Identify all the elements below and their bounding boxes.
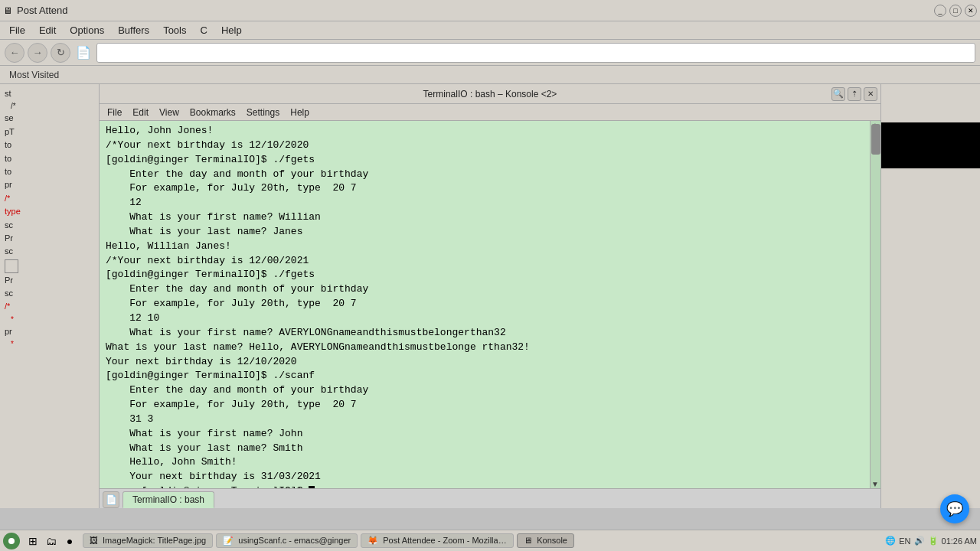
terminal-line-0: Hello, John Jones! <box>106 124 864 139</box>
terminal-prompt-line: -:--- [goldin@ginger TerminalIO]$ <box>106 484 864 488</box>
sidebar-item-5[interactable]: to <box>2 152 97 165</box>
terminal-tab-bash[interactable]: TerminalIO : bash <box>122 491 214 508</box>
terminal-line-9: /*Your next birthday is 12/00/2021 <box>106 254 864 269</box>
chat-bubble-btn[interactable]: 💬 <box>940 494 969 523</box>
sidebar-item-0[interactable]: st <box>2 87 97 100</box>
terminal-scroll-down-btn[interactable]: ▼ <box>871 480 880 488</box>
menu-options[interactable]: Options <box>64 23 110 37</box>
terminal-controls: 🔍 ⇡ ✕ <box>831 87 877 101</box>
terminal-line-18: Enter the day and month of your birthday <box>106 383 864 398</box>
sidebar-item-11[interactable]: * <box>2 338 97 350</box>
black-box <box>881 122 980 168</box>
terminal-menu-help[interactable]: Help <box>286 106 314 119</box>
terminal-menu-settings[interactable]: Settings <box>242 106 284 119</box>
sidebar-item-empty0 <box>5 259 18 273</box>
sidebar-item-6[interactable]: to <box>2 165 97 178</box>
sidebar-item-9[interactable]: /* <box>2 300 97 313</box>
taskbar-app-firefox[interactable]: 🦊 Post Attendee - Zoom - Mozilla Firefox <box>361 533 514 548</box>
bookmark-most-visited[interactable]: Most Visited <box>5 68 64 82</box>
terminal-line-10: [goldin@ginger TerminalIO]$ ./fgets <box>106 268 864 282</box>
sidebar-item-sc1[interactable]: sc <box>2 245 97 258</box>
taskbar-start-btn[interactable] <box>3 533 20 549</box>
terminal-line-13: 12 10 <box>106 311 864 326</box>
terminal-toolbar-btn2[interactable]: ⇡ <box>848 87 861 101</box>
sidebar-item-8[interactable]: /* <box>2 192 97 205</box>
sidebar-item-sc2[interactable]: sc <box>2 287 97 300</box>
sidebar-item-2[interactable]: se <box>2 112 97 125</box>
terminal-toolbar-btn1[interactable]: 🔍 <box>831 87 845 101</box>
terminal-line-1: /*Your next birthday is 12/10/2020 <box>106 139 864 153</box>
sidebar-item-pr1[interactable]: Pr <box>2 274 97 287</box>
menu-file[interactable]: File <box>3 23 31 37</box>
menu-help[interactable]: Help <box>215 23 248 37</box>
terminal-line-14: What is your first name? AVERYLONGnamean… <box>106 326 864 341</box>
taskbar-network-icon: 🌐 <box>885 536 896 546</box>
nav-forward-btn[interactable]: → <box>28 43 47 63</box>
terminal-menu-view[interactable]: View <box>155 106 184 119</box>
nav-back-btn[interactable]: ← <box>5 43 24 63</box>
taskbar-battery-icon: 🔋 <box>928 536 939 546</box>
sidebar-item-type[interactable]: type <box>2 205 97 218</box>
sidebar-item-10[interactable]: * <box>2 314 97 325</box>
terminal-menu-edit[interactable]: Edit <box>128 106 153 119</box>
sidebar-item-7[interactable]: pr <box>2 178 97 191</box>
sidebar-item-1[interactable]: /* <box>2 100 97 112</box>
sidebar-item-sc0[interactable]: sc <box>2 219 97 232</box>
app-topbar: 🖥 Post Attend _ □ ✕ <box>0 0 980 21</box>
terminal-menu-file[interactable]: File <box>103 106 126 119</box>
sidebar-item-4[interactable]: to <box>2 139 97 152</box>
taskbar: ⊞ 🗂 ● 🖼 ImageMagick: TitlePage.jpg 📝 usi… <box>0 530 980 551</box>
taskbar-icon-1[interactable]: 🗂 <box>43 533 60 549</box>
terminal-tabbar: 📄 TerminalIO : bash <box>100 488 880 508</box>
app-maximize-btn[interactable]: □ <box>949 5 962 17</box>
taskbar-lang: EN <box>899 536 910 546</box>
taskbar-right: 🌐 EN 🔊 🔋 01:26 AM <box>885 536 977 546</box>
terminal-cursor <box>309 486 315 488</box>
nav-page-icon-btn[interactable]: 📄 <box>74 43 93 63</box>
terminal-line-7: What is your last name? Janes <box>106 225 864 240</box>
app-window-controls: _ □ ✕ <box>934 5 977 17</box>
app-title: Post Attend <box>17 5 68 16</box>
taskbar-app-konsole-icon: 🖥 <box>524 536 532 545</box>
taskbar-app-firefox-label: Post Attendee - Zoom - Mozilla Firefox <box>383 536 514 545</box>
sidebar-item-3[interactable]: pT <box>2 126 97 139</box>
terminal-menubar: File Edit View Bookmarks Settings Help <box>100 104 880 121</box>
app-icon: 🖥 <box>3 5 12 16</box>
terminal-line-22: What is your last name? Smith <box>106 442 864 456</box>
sidebar-item-pr2[interactable]: pr <box>2 325 97 338</box>
terminal-menu-bookmarks[interactable]: Bookmarks <box>185 106 240 119</box>
terminal-scrollbar-thumb[interactable] <box>871 124 880 155</box>
nav-reload-btn[interactable]: ↻ <box>51 43 70 63</box>
sidebar-item-pr0[interactable]: Pr <box>2 232 97 245</box>
taskbar-icon-0[interactable]: ⊞ <box>24 533 41 549</box>
sidebar: st /* se pT to to to pr /* type sc Pr sc… <box>0 84 100 508</box>
taskbar-clock: 01:26 AM <box>942 536 977 546</box>
taskbar-app-emacs[interactable]: 📝 usingScanf.c - emacs@ginger <box>216 533 358 548</box>
taskbar-app-konsole-label: Konsole <box>537 536 567 545</box>
url-bar[interactable] <box>96 43 975 63</box>
menu-c[interactable]: C <box>194 23 213 37</box>
menu-edit[interactable]: Edit <box>33 23 62 37</box>
terminal-line-4: For example, for July 20th, type 20 7 <box>106 181 864 196</box>
taskbar-app-imagemagick[interactable]: 🖼 ImageMagick: TitlePage.jpg <box>83 533 213 548</box>
terminal-line-16: Your next birthday is 12/10/2020 <box>106 355 864 370</box>
terminal-tab-icon-btn[interactable]: 📄 <box>103 491 119 508</box>
main-area: st /* se pT to to to pr /* type sc Pr sc… <box>0 84 980 508</box>
menu-buffers[interactable]: Buffers <box>112 23 155 37</box>
taskbar-app-konsole[interactable]: 🖥 Konsole <box>517 533 574 548</box>
menu-tools[interactable]: Tools <box>157 23 192 37</box>
terminal-line-20: 31 3 <box>106 412 864 427</box>
terminal-line-23: Hello, John Smith! <box>106 455 864 470</box>
taskbar-apps: 🖼 ImageMagick: TitlePage.jpg 📝 usingScan… <box>83 533 880 548</box>
terminal-close-btn[interactable]: ✕ <box>864 87 877 101</box>
app-minimize-btn[interactable]: _ <box>934 5 946 17</box>
taskbar-icon-2[interactable]: ● <box>61 533 78 549</box>
browser-navbar: ← → ↻ 📄 <box>0 40 980 66</box>
terminal-scrollbar[interactable]: ▲ ▼ <box>870 121 880 488</box>
taskbar-sound-icon: 🔊 <box>914 536 925 546</box>
terminal-title: TerminalIO : bash – Konsole <2> <box>423 89 557 99</box>
terminal-titlebar: TerminalIO : bash – Konsole <2> 🔍 ⇡ ✕ <box>100 84 880 104</box>
taskbar-app-emacs-label: usingScanf.c - emacs@ginger <box>238 536 351 545</box>
terminal-line-8: Hello, Willian Janes! <box>106 240 864 254</box>
app-close-btn[interactable]: ✕ <box>965 5 977 17</box>
